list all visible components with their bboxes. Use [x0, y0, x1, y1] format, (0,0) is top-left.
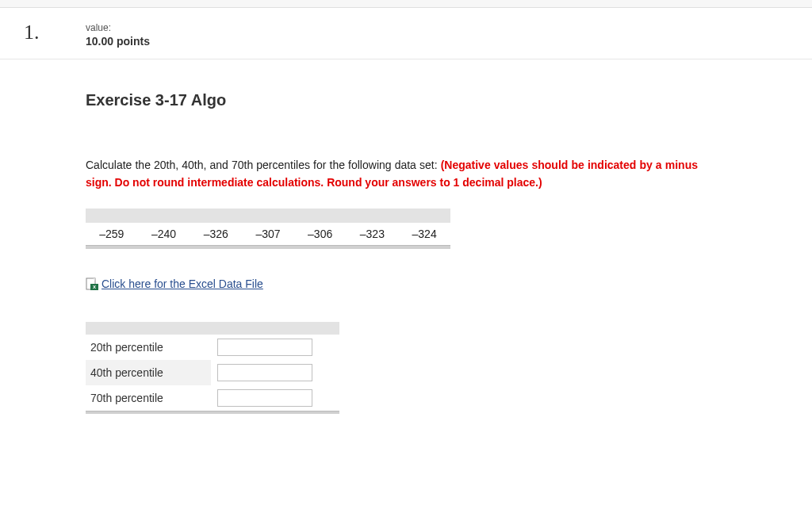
svg-text:X: X — [93, 285, 96, 289]
data-table: –259 –240 –326 –307 –306 –323 –324 — [86, 209, 450, 249]
exercise-prompt: Calculate the 20th, 40th, and 70th perce… — [86, 157, 698, 191]
answer-label: 40th percentile — [86, 360, 211, 385]
answer-input-cell — [211, 335, 339, 360]
data-cell: –324 — [398, 223, 450, 246]
question-header: 1. value: 10.00 points — [0, 8, 812, 59]
question-number: 1. — [24, 22, 86, 43]
data-cell: –323 — [347, 223, 399, 246]
data-table-wrap: –259 –240 –326 –307 –306 –323 –324 — [86, 209, 698, 249]
exercise-title: Exercise 3-17 Algo — [86, 91, 698, 109]
content-area: Exercise 3-17 Algo Calculate the 20th, 4… — [0, 59, 722, 414]
table-shadow — [86, 246, 450, 249]
data-table-header-bar — [86, 209, 450, 223]
answer-label: 20th percentile — [86, 335, 211, 360]
answer-table-wrap: 20th percentile 40th percentile 70th per… — [86, 322, 339, 415]
value-block: value: 10.00 points — [86, 22, 150, 48]
data-cell: –240 — [138, 223, 190, 246]
value-points: 10.00 points — [86, 35, 150, 48]
percentile-40-input[interactable] — [217, 364, 312, 381]
data-cell: –326 — [190, 223, 242, 246]
answer-row: 40th percentile — [86, 360, 339, 385]
value-label: value: — [86, 22, 150, 33]
answer-row: 70th percentile — [86, 385, 339, 411]
answer-input-cell — [211, 360, 339, 385]
data-cell: –306 — [294, 223, 347, 246]
answer-input-cell — [211, 385, 339, 411]
file-link-row: X Click here for the Excel Data File — [86, 277, 698, 290]
answer-table-header-bar — [86, 322, 339, 335]
prompt-main: Calculate the 20th, 40th, and 70th perce… — [86, 159, 441, 171]
data-row: –259 –240 –326 –307 –306 –323 –324 — [86, 223, 450, 246]
excel-file-link[interactable]: Click here for the Excel Data File — [102, 277, 263, 290]
answer-label: 70th percentile — [86, 385, 211, 411]
table-shadow — [86, 411, 339, 414]
data-cell: –259 — [86, 223, 138, 246]
percentile-20-input[interactable] — [217, 339, 312, 356]
excel-icon: X — [86, 277, 98, 290]
answer-row: 20th percentile — [86, 335, 339, 360]
top-bar — [0, 0, 812, 8]
answer-table: 20th percentile 40th percentile 70th per… — [86, 322, 339, 415]
percentile-70-input[interactable] — [217, 389, 312, 407]
data-cell: –307 — [242, 223, 294, 246]
